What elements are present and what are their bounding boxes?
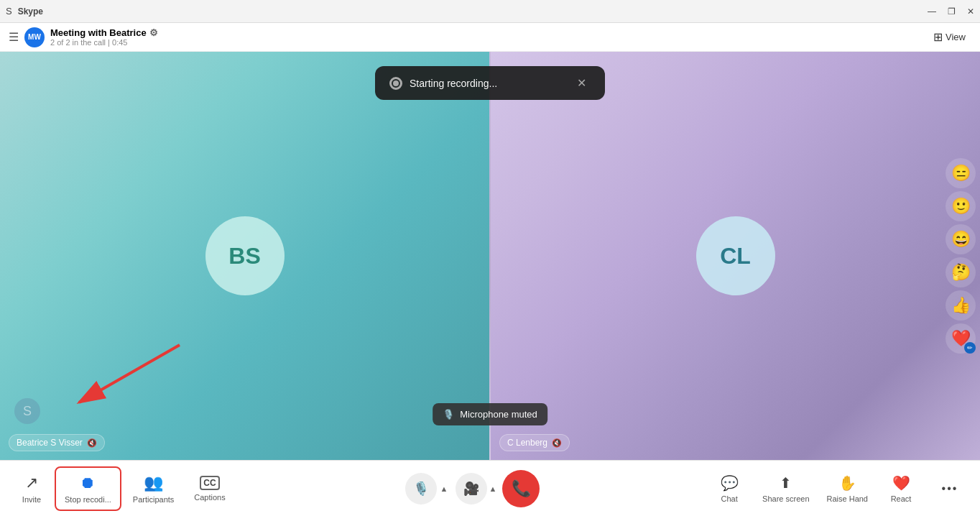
mic-button[interactable]: 🎙️	[405, 473, 437, 505]
invite-label: Invite	[22, 495, 41, 504]
participants-info: 2 of 2 in the call | 0:45	[50, 38, 922, 47]
mic-muted-tooltip: 🎙️ Microphone muted	[433, 403, 547, 425]
settings-icon[interactable]: ⚙	[149, 27, 158, 38]
edit-badge: ✏	[964, 342, 976, 354]
skype-app-icon: S	[6, 6, 12, 17]
participant-label-right: C Lenberg 🔇	[499, 434, 570, 451]
video-panel-right: CL C Lenberg 🔇	[489, 52, 980, 460]
mic-muted-text: Microphone muted	[460, 409, 537, 420]
video-button-group: 🎥 ▲	[456, 473, 496, 505]
video-button[interactable]: 🎥	[456, 473, 487, 505]
toolbar: ↗ Invite ⏺ Stop recodi... 👥 Participants…	[0, 460, 980, 516]
grin-emoji-btn[interactable]: 😄	[946, 224, 976, 254]
participant-name-left: Beatrice S Visser	[17, 438, 83, 448]
share-screen-button[interactable]: ⬆ Share screen	[759, 471, 812, 506]
chat-button[interactable]: 💬 Chat	[711, 471, 748, 506]
participants-label: Participants	[133, 495, 174, 504]
react-icon: ❤️	[892, 474, 910, 492]
mic-chevron[interactable]: ▲	[438, 482, 450, 496]
invite-button[interactable]: ↗ Invite	[11, 468, 52, 510]
neutral-emoji-btn[interactable]: 😑	[946, 158, 976, 188]
react-label: React	[891, 494, 912, 503]
raise-hand-label: Raise Hand	[827, 494, 868, 503]
video-chevron[interactable]: ▲	[489, 484, 496, 493]
captions-label: Captions	[194, 493, 225, 502]
mute-icon-left: 🔇	[87, 438, 97, 448]
chat-label: Chat	[721, 494, 737, 503]
participants-button[interactable]: 👥 Participants	[124, 468, 182, 510]
close-button[interactable]: ✕	[967, 6, 974, 17]
captions-button[interactable]: CC Captions	[185, 470, 234, 507]
menu-icon[interactable]: ☰	[9, 30, 19, 44]
video-area: BS S Beatrice S Visser 🔇 CL C Lenberg 🔇 …	[0, 52, 980, 460]
heart-emoji-btn[interactable]: ❤️ ✏	[946, 323, 976, 354]
video-panel-left: BS S Beatrice S Visser 🔇	[0, 52, 489, 460]
app-title: Skype	[18, 6, 43, 17]
mic-button-group: 🎙️ ▲	[405, 473, 450, 505]
thumbsup-emoji-btn[interactable]: 👍	[946, 290, 976, 321]
participant-name-right: C Lenberg	[507, 438, 547, 448]
maximize-button[interactable]: ❐	[948, 6, 956, 17]
skype-logo: S	[14, 398, 40, 424]
recording-banner: Starting recording... ✕	[375, 66, 605, 100]
raise-hand-icon: ✋	[838, 474, 856, 492]
smile-emoji-btn[interactable]: 🙂	[946, 191, 976, 221]
recording-text: Starting recording...	[410, 78, 565, 89]
meeting-title: Meeting with Beatrice	[50, 27, 147, 38]
titlebar: S Skype — ❐ ✕	[0, 0, 980, 23]
recording-indicator	[389, 77, 402, 90]
participant-label-left: Beatrice S Visser 🔇	[9, 434, 105, 451]
stop-recording-button[interactable]: ⏺ Stop recodi...	[55, 466, 121, 511]
participant-avatar-cl: CL	[696, 216, 775, 295]
end-call-button[interactable]: 📞	[502, 470, 540, 507]
mic-muted-icon: 🎙️	[443, 409, 454, 420]
view-button[interactable]: ⊞ View	[928, 27, 971, 47]
share-screen-label: Share screen	[762, 494, 809, 503]
stop-recording-label: Stop recodi...	[65, 495, 111, 504]
share-screen-icon: ⬆	[780, 474, 792, 492]
thinking-emoji-btn[interactable]: 🤔	[946, 257, 976, 287]
recording-close-button[interactable]: ✕	[573, 75, 591, 91]
emoji-sidebar: 😑 🙂 😄 🤔 👍 ❤️ ✏	[941, 152, 980, 359]
participant-avatar-bs: BS	[205, 216, 285, 295]
mute-icon-right: 🔇	[552, 438, 562, 448]
more-button[interactable]: •••	[931, 479, 969, 498]
react-button[interactable]: ❤️ React	[882, 471, 920, 506]
raise-hand-button[interactable]: ✋ Raise Hand	[824, 471, 871, 506]
header-bar: ☰ MW Meeting with Beatrice ⚙ 2 of 2 in t…	[0, 23, 980, 52]
invite-icon: ↗	[25, 474, 38, 492]
captions-icon: CC	[200, 476, 219, 490]
chat-icon: 💬	[721, 474, 739, 492]
avatar: MW	[24, 27, 45, 47]
more-icon: •••	[942, 482, 958, 495]
minimize-button[interactable]: —	[928, 6, 936, 17]
participants-icon: 👥	[144, 474, 163, 492]
stop-recording-icon: ⏺	[80, 474, 96, 492]
